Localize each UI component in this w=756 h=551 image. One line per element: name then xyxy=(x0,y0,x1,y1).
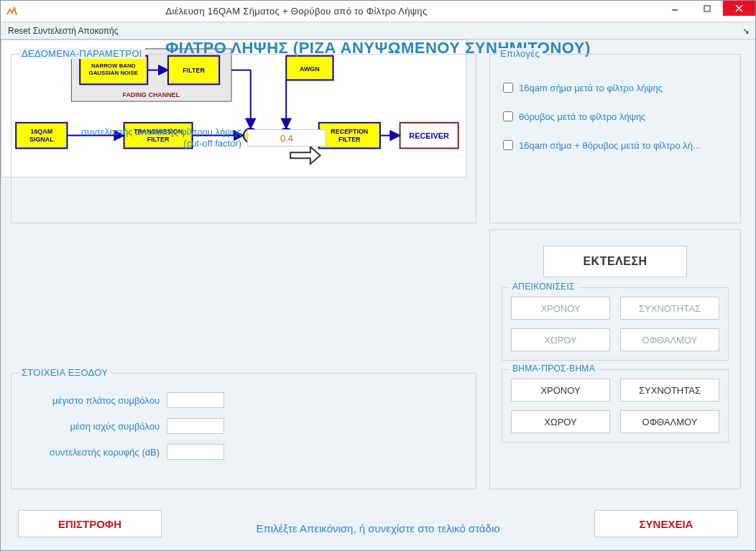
out-label-2: μέση ισχύς συμβόλου xyxy=(16,421,160,432)
steps-legend: ΒΗΜΑ-ΠΡΟΣ-ΒΗΜΑ xyxy=(510,364,598,374)
cutoff-label-line2: (cut-off factor) xyxy=(183,138,241,149)
option-2[interactable]: θόρυβος μετά το φίλτρο λήψης xyxy=(500,109,730,124)
views-legend: ΑΠΕΙΚΟΝΙΣΕΙΣ xyxy=(510,282,578,292)
steps-group: ΒΗΜΑ-ΠΡΟΣ-ΒΗΜΑ ΧΡΟΝΟΥ ΣΥΧΝΟΤΗΤΑΣ ΧΩΡΟΥ Ο… xyxy=(502,369,729,443)
option-3-checkbox[interactable] xyxy=(503,140,513,150)
out-field-3[interactable] xyxy=(167,444,224,460)
figure-window: Διέλευση 16QAM Σήματος + Θορύβου από το … xyxy=(0,0,756,551)
step-time-button[interactable]: ΧΡΟΝΟΥ xyxy=(511,379,610,402)
window-title: Διέλευση 16QAM Σήματος + Θορύβου από το … xyxy=(0,6,658,17)
svg-rect-2 xyxy=(704,6,710,11)
view-time-button[interactable]: ΧΡΟΝΟΥ xyxy=(511,297,610,320)
continue-button[interactable]: ΣΥΝΕΧΕΙΑ xyxy=(594,510,738,537)
out-label-3: συντελεστής κορυφής (dB) xyxy=(16,447,160,458)
option-2-checkbox[interactable] xyxy=(503,111,513,121)
view-space-button[interactable]: ΧΩΡΟΥ xyxy=(511,328,610,351)
option-1[interactable]: 16qam σήμα μετά το φίλτρο λήψης xyxy=(500,80,730,95)
out-field-2[interactable] xyxy=(167,418,224,434)
option-3[interactable]: 16qam σήμα + θόρυβος μετά το φίλτρο λή..… xyxy=(500,138,730,152)
titlebar: Διέλευση 16QAM Σήματος + Θορύβου από το … xyxy=(1,1,755,22)
execute-button[interactable]: ΕΚΤΕΛΕΣΗ xyxy=(543,246,687,277)
maximize-button[interactable] xyxy=(691,1,723,16)
menu-reset[interactable]: Reset Συντελεστή Αποκοπής xyxy=(4,24,122,37)
outputs-legend: ΣΤΟΙΧΕΙΑ ΕΞΟΔΟΥ xyxy=(19,367,111,378)
view-freq-button[interactable]: ΣΥΧΝΟΤΗΤΑΣ xyxy=(620,297,719,320)
cutoff-input[interactable] xyxy=(247,129,326,147)
option-1-checkbox[interactable] xyxy=(503,83,513,93)
step-freq-button[interactable]: ΣΥΧΝΟΤΗΤΑΣ xyxy=(620,379,719,402)
menubar: Reset Συντελεστή Αποκοπής ↘ xyxy=(1,22,755,40)
options-group: Επιλογές 16qam σήμα μετά το φίλτρο λήψης… xyxy=(489,54,741,223)
toolbar-dock-icon[interactable]: ↘ xyxy=(739,24,752,37)
params-group: ΔΕΔΟΜΕΝΑ-ΠΑΡΑΜΕΤΡΟΙ συντελεστής αποκοπής… xyxy=(11,54,476,223)
close-button[interactable] xyxy=(723,1,755,16)
minimize-button[interactable] xyxy=(658,1,691,16)
out-label-1: μέγιστο πλάτος συμβόλου xyxy=(16,395,160,406)
views-group: ΑΠΕΙΚΟΝΙΣΕΙΣ ΧΡΟΝΟΥ ΣΥΧΝΟΤΗΤΑΣ ΧΩΡΟΥ ΟΦΘ… xyxy=(502,287,729,361)
params-legend: ΔΕΔΟΜΕΝΑ-ΠΑΡΑΜΕΤΡΟΙ xyxy=(19,48,145,59)
outputs-group: ΣΤΟΙΧΕΙΑ ΕΞΟΔΟΥ μέγιστο πλάτος συμβόλου … xyxy=(11,373,476,489)
cutoff-label-line1: συντελεστής αποκοπής φίλτρου λήψης xyxy=(81,126,241,137)
view-eye-button[interactable]: ΟΦΘΑΛΜΟΥ xyxy=(620,328,719,351)
actions-group: ΕΚΤΕΛΕΣΗ ΑΠΕΙΚΟΝΙΣΕΙΣ ΧΡΟΝΟΥ ΣΥΧΝΟΤΗΤΑΣ … xyxy=(489,229,741,489)
step-eye-button[interactable]: ΟΦΘΑΛΜΟΥ xyxy=(620,410,719,433)
options-legend: Επιλογές xyxy=(497,48,543,59)
step-space-button[interactable]: ΧΩΡΟΥ xyxy=(511,410,610,433)
out-field-1[interactable] xyxy=(167,392,224,408)
